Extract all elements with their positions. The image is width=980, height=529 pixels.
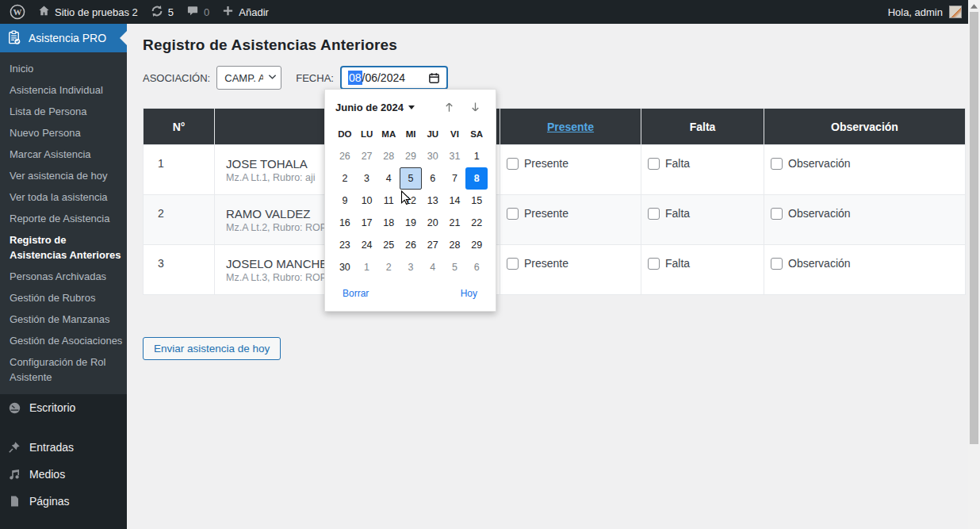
day-cell[interactable]: 2 bbox=[377, 256, 400, 278]
sidebar-subitem[interactable]: Inicio bbox=[0, 58, 127, 79]
day-cell[interactable]: 15 bbox=[465, 190, 488, 212]
day-cell[interactable]: 1 bbox=[465, 145, 488, 167]
day-cell[interactable]: 14 bbox=[444, 190, 466, 212]
sidebar-subitem[interactable]: Asistencia Individual bbox=[0, 79, 127, 101]
today-button[interactable]: Hoy bbox=[461, 288, 477, 299]
presente-checkbox[interactable]: Presente bbox=[507, 207, 641, 220]
presente-checkbox-input[interactable] bbox=[507, 158, 519, 170]
day-cell[interactable]: 28 bbox=[377, 145, 400, 167]
observacion-checkbox[interactable]: Observación bbox=[771, 157, 965, 170]
falta-checkbox-input[interactable] bbox=[648, 158, 660, 170]
date-rest-segment[interactable]: /06/2024 bbox=[362, 71, 406, 84]
site-menu[interactable]: Sitio de pruebas 2 bbox=[38, 5, 138, 19]
day-cell[interactable]: 29 bbox=[400, 145, 422, 167]
day-cell[interactable]: 6 bbox=[422, 167, 444, 190]
association-select[interactable]: CAMP. A bbox=[216, 66, 281, 90]
observacion-checkbox-input[interactable] bbox=[771, 208, 783, 220]
day-cell[interactable]: 13 bbox=[422, 190, 444, 212]
day-cell[interactable]: 7 bbox=[444, 167, 466, 190]
calendar-icon[interactable] bbox=[428, 72, 440, 84]
wordpress-logo-icon[interactable]: W bbox=[10, 4, 25, 20]
day-cell[interactable]: 26 bbox=[334, 145, 356, 167]
day-cell[interactable]: 1 bbox=[356, 256, 378, 278]
date-input[interactable]: 08/06/2024 bbox=[340, 66, 448, 90]
sidebar-core-item[interactable]: Páginas bbox=[0, 488, 127, 515]
day-cell[interactable]: 16 bbox=[334, 212, 356, 234]
sidebar-core-item[interactable]: Medios bbox=[0, 461, 127, 488]
day-cell[interactable]: 5 bbox=[444, 256, 466, 278]
presente-checkbox[interactable]: Presente bbox=[507, 257, 641, 270]
day-cell[interactable]: 12 bbox=[400, 190, 422, 212]
falta-checkbox[interactable]: Falta bbox=[648, 257, 764, 270]
day-cell[interactable]: 30 bbox=[334, 256, 356, 278]
day-cell[interactable]: 22 bbox=[465, 212, 488, 234]
avatar[interactable] bbox=[949, 6, 962, 18]
day-cell[interactable]: 4 bbox=[377, 167, 400, 190]
sidebar-subitem[interactable]: Gestión de Rubros bbox=[0, 287, 127, 309]
account-greeting[interactable]: Hola, admin bbox=[888, 6, 943, 18]
day-cell[interactable]: 20 bbox=[422, 212, 444, 234]
day-cell[interactable]: 29 bbox=[465, 234, 488, 256]
day-cell-selected[interactable]: 8 bbox=[465, 167, 488, 190]
sidebar-subitem[interactable]: Marcar Asistencia bbox=[0, 144, 127, 165]
day-cell[interactable]: 27 bbox=[422, 234, 444, 256]
day-cell[interactable]: 3 bbox=[356, 167, 378, 190]
day-cell[interactable]: 26 bbox=[400, 234, 422, 256]
observacion-checkbox[interactable]: Observación bbox=[771, 257, 965, 270]
prev-month-arrow-icon[interactable] bbox=[443, 101, 455, 113]
sidebar-subitem[interactable]: Personas Archivadas bbox=[0, 266, 127, 287]
day-cell[interactable]: 21 bbox=[444, 212, 466, 234]
day-cell[interactable]: 27 bbox=[356, 145, 378, 167]
sidebar-subitem[interactable]: Gestión de Manzanas bbox=[0, 309, 127, 330]
sidebar-subitem[interactable]: Configuración de Rol Asistente bbox=[0, 351, 127, 388]
sidebar-subitem[interactable]: Ver asistencia de hoy bbox=[0, 165, 127, 186]
presente-checkbox[interactable]: Presente bbox=[507, 157, 641, 170]
clear-button[interactable]: Borrar bbox=[343, 288, 369, 299]
updates-menu[interactable]: 5 bbox=[151, 5, 174, 20]
observacion-checkbox-input[interactable] bbox=[771, 158, 783, 170]
new-content-menu[interactable]: Añadir bbox=[222, 5, 269, 19]
day-cell[interactable]: 19 bbox=[400, 212, 422, 234]
observacion-checkbox-input[interactable] bbox=[771, 258, 783, 270]
day-cell[interactable]: 2 bbox=[334, 167, 356, 190]
sidebar-item-asistencia-pro[interactable]: Asistencia PRO bbox=[0, 24, 127, 52]
sidebar-subitem[interactable]: Ver toda la asistencia bbox=[0, 186, 127, 208]
day-cell[interactable]: 31 bbox=[444, 145, 466, 167]
day-cell[interactable]: 10 bbox=[356, 190, 378, 212]
date-day-segment[interactable]: 08 bbox=[348, 71, 362, 85]
next-month-arrow-icon[interactable] bbox=[469, 101, 481, 113]
sidebar-core-item[interactable]: Escritorio bbox=[0, 394, 127, 421]
scrollbar-thumb[interactable] bbox=[970, 12, 978, 444]
day-cell-today[interactable]: 5 bbox=[400, 167, 422, 190]
sidebar-subitem[interactable]: Gestión de Asociaciones bbox=[0, 330, 127, 351]
day-cell[interactable]: 6 bbox=[465, 256, 488, 278]
sidebar-subitem[interactable]: Reporte de Asistencia bbox=[0, 208, 127, 229]
presente-checkbox-input[interactable] bbox=[507, 208, 519, 220]
day-cell[interactable]: 30 bbox=[422, 145, 444, 167]
sidebar-subitem[interactable]: Nuevo Persona bbox=[0, 122, 127, 144]
scroll-up-arrow-icon[interactable] bbox=[968, 0, 980, 12]
day-cell[interactable]: 17 bbox=[356, 212, 378, 234]
day-cell[interactable]: 4 bbox=[422, 256, 444, 278]
sidebar-core-item[interactable]: Entradas bbox=[0, 434, 127, 461]
month-selector[interactable]: Junio de 2024 bbox=[335, 102, 415, 113]
falta-checkbox-input[interactable] bbox=[648, 258, 660, 270]
day-cell[interactable]: 18 bbox=[377, 212, 400, 234]
falta-checkbox[interactable]: Falta bbox=[648, 157, 764, 170]
vertical-scrollbar[interactable] bbox=[968, 0, 980, 529]
comments-menu[interactable]: 0 bbox=[186, 5, 209, 19]
day-cell[interactable]: 25 bbox=[377, 234, 400, 256]
send-attendance-button[interactable]: Enviar asistencia de hoy bbox=[143, 337, 281, 360]
header-presente[interactable]: Presente bbox=[500, 109, 641, 145]
day-cell[interactable]: 3 bbox=[400, 256, 422, 278]
day-cell[interactable]: 9 bbox=[334, 190, 356, 212]
sidebar-subitem[interactable]: Registro de Asistencias Anteriores bbox=[0, 229, 127, 266]
day-cell[interactable]: 11 bbox=[377, 190, 400, 212]
falta-checkbox[interactable]: Falta bbox=[648, 207, 764, 220]
day-cell[interactable]: 23 bbox=[334, 234, 356, 256]
day-cell[interactable]: 28 bbox=[444, 234, 466, 256]
presente-checkbox-input[interactable] bbox=[507, 258, 519, 270]
falta-checkbox-input[interactable] bbox=[648, 208, 660, 220]
sidebar-subitem[interactable]: Lista de Persona bbox=[0, 101, 127, 122]
observacion-checkbox[interactable]: Observación bbox=[771, 207, 965, 220]
